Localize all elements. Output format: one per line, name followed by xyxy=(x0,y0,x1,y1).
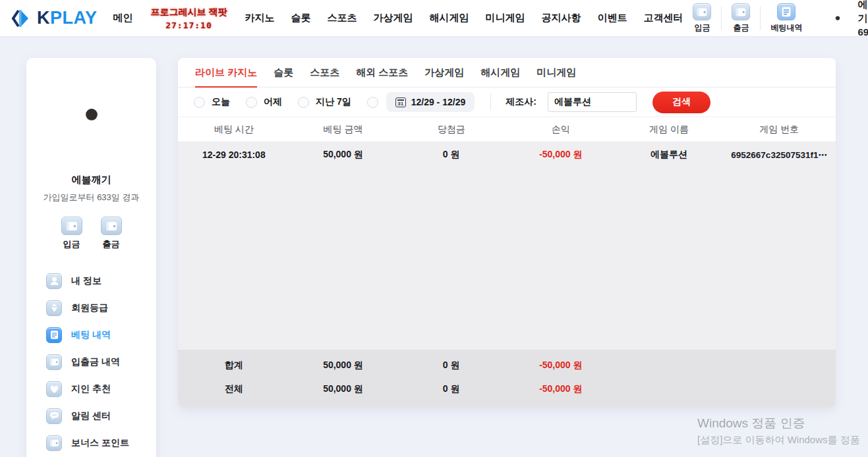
cell-game-name: 에볼루션 xyxy=(616,149,723,161)
tab-slots[interactable]: 슬롯 xyxy=(274,58,293,87)
col-game-name: 게임 이름 xyxy=(616,124,723,136)
table-summary: 합계 50,000 원 0 원 -50,000 원 전체 50,000 원 0 … xyxy=(178,350,836,408)
nav-casino[interactable]: 카지노 xyxy=(245,12,274,24)
sidebar-item-bonus-points[interactable]: 보너스 포인트 xyxy=(26,429,156,456)
nav-events[interactable]: 이벤트 xyxy=(597,12,627,24)
sidebar-item-referral[interactable]: 지인 추천 xyxy=(26,375,156,402)
profile-join-info: 가입일로부터 633일 경과 xyxy=(26,192,156,203)
summary-profit: -50,000 원 xyxy=(506,383,616,395)
table-header: 베팅 시간 베팅 금액 당첨금 손익 게임 이름 게임 번호 xyxy=(178,117,836,142)
sidebar-item-my-info[interactable]: 내 정보 xyxy=(26,267,156,294)
betting-history-button[interactable]: 베팅내역 xyxy=(761,3,812,34)
deposit-button[interactable]: 입금 xyxy=(683,3,721,34)
filter-bar: 오늘 어제 지난 7일 31 12/29 - 12/29 제조사: 검색 xyxy=(178,88,836,117)
diamond-icon xyxy=(46,300,62,316)
col-bet-amount: 베팅 금액 xyxy=(290,124,397,136)
summary-label: 전체 xyxy=(178,383,290,395)
cell-bet-time: 12-29 20:31:08 xyxy=(178,149,290,160)
summary-bet-amount: 50,000 원 xyxy=(290,383,397,395)
tab-virtual-games[interactable]: 가상게임 xyxy=(424,58,464,87)
person-icon xyxy=(46,273,62,289)
wallet-icon xyxy=(46,435,62,451)
list-icon xyxy=(46,327,62,343)
withdraw-button[interactable]: 출금 xyxy=(722,3,760,34)
jackpot-timer: 27:17:10 xyxy=(165,20,212,30)
nav-main[interactable]: 메인 xyxy=(113,12,133,24)
tab-mini-games[interactable]: 미니게임 xyxy=(536,58,576,87)
tab-overseas-sports[interactable]: 해외 스포츠 xyxy=(356,58,408,87)
radio-today-label[interactable]: 오늘 xyxy=(212,96,230,108)
page: { "header": { "logo_text_k": "K", "logo_… xyxy=(0,0,868,457)
sidebar-deposit-button[interactable]: 입금 xyxy=(61,217,82,250)
user-name: 에볼깨기 xyxy=(857,0,868,24)
sidebar-item-betting-history[interactable]: 베팅 내역 xyxy=(26,321,156,348)
search-button[interactable]: 검색 xyxy=(652,92,710,113)
tab-hash-games[interactable]: 해시게임 xyxy=(480,58,520,87)
nav-progressive-jackpot[interactable]: 프로그레시브 잭팟 27:17:10 xyxy=(151,5,227,32)
nav-mini-games[interactable]: 미니게임 xyxy=(485,12,525,24)
date-range-picker[interactable]: 31 12/29 - 12/29 xyxy=(386,92,475,112)
radio-yesterday[interactable] xyxy=(246,97,257,108)
summary-label: 합계 xyxy=(178,360,290,371)
summary-win-amount: 0 원 xyxy=(396,360,506,371)
cell-game-number[interactable]: 6952667c32507531f1⋯ xyxy=(722,149,836,160)
summary-win-amount: 0 원 xyxy=(396,383,506,395)
deposit-wallet-icon xyxy=(693,3,711,20)
category-tabs: 라이브 카지노 슬롯 스포츠 해외 스포츠 가상게임 해시게임 미니게임 xyxy=(178,58,836,88)
windows-activation-watermark: Windows 정품 인증 [설정]으로 이동하여 Windows를 정품 xyxy=(697,414,860,446)
betting-history-panel: 라이브 카지노 슬롯 스포츠 해외 스포츠 가상게임 해시게임 미니게임 오늘 … xyxy=(178,58,836,408)
radio-last7days[interactable] xyxy=(298,97,309,108)
nav-virtual-games[interactable]: 가상게임 xyxy=(373,12,413,24)
nav-notices[interactable]: 공지사항 xyxy=(541,12,581,24)
summary-profit: -50,000 원 xyxy=(506,360,616,371)
sidebar-item-transactions[interactable]: 입출금 내역 xyxy=(26,348,156,375)
profile-sidebar: 에볼깨기 가입일로부터 633일 경과 입금 출금 내 정보 회원등급 베팅 내… xyxy=(26,58,156,457)
deposit-wallet-icon xyxy=(61,217,82,235)
sidebar-withdraw-button[interactable]: 출금 xyxy=(101,217,122,250)
sidebar-actions: 입금 출금 xyxy=(26,217,156,250)
radio-last7days-label[interactable]: 지난 7일 xyxy=(316,96,351,108)
watermark-line1: Windows 정품 인증 xyxy=(697,414,860,433)
manufacturer-label: 제조사: xyxy=(506,96,536,108)
wallet-icon xyxy=(46,354,62,370)
kplay-logo-icon xyxy=(11,7,33,30)
sidebar-menu: 내 정보 회원등급 베팅 내역 입출금 내역 지인 추천 알림 센터 보너스 포… xyxy=(26,267,156,457)
col-win-amount: 당첨금 xyxy=(396,124,506,136)
quick-actions: 입금 출금 베팅내역 xyxy=(683,3,812,34)
tab-live-casino[interactable]: 라이브 카지노 xyxy=(195,58,257,87)
sidebar-item-notifications[interactable]: 알림 센터 xyxy=(26,402,156,429)
table-body: 12-29 20:31:08 50,000 원 0 원 -50,000 원 에볼… xyxy=(178,142,836,350)
jackpot-label: 프로그레시브 잭팟 xyxy=(151,7,227,17)
nav-sports[interactable]: 스포츠 xyxy=(327,12,357,24)
chat-icon xyxy=(46,408,62,424)
watermark-line2: [설정]으로 이동하여 Windows를 정품 xyxy=(697,433,860,447)
profile-name: 에볼깨기 xyxy=(26,174,156,186)
nav-hash-games[interactable]: 해시게임 xyxy=(429,12,469,24)
top-header: KPLAY 메인 프로그레시브 잭팟 27:17:10 카지노 슬롯 스포츠 가… xyxy=(0,0,868,37)
profile-emblem-image xyxy=(26,86,156,138)
radio-yesterday-label[interactable]: 어제 xyxy=(264,96,282,108)
nav-slots[interactable]: 슬롯 xyxy=(291,12,310,24)
withdraw-wallet-icon xyxy=(101,217,122,235)
radio-custom-range[interactable] xyxy=(367,97,378,108)
withdraw-wallet-icon xyxy=(732,3,750,20)
manufacturer-input[interactable] xyxy=(548,92,637,112)
col-profit: 손익 xyxy=(506,124,616,136)
heart-icon xyxy=(46,381,62,397)
table-row[interactable]: 12-29 20:31:08 50,000 원 0 원 -50,000 원 에볼… xyxy=(178,142,836,167)
divider xyxy=(490,94,491,111)
main-nav: 메인 프로그레시브 잭팟 27:17:10 카지노 슬롯 스포츠 가상게임 해시… xyxy=(113,5,683,32)
col-bet-time: 베팅 시간 xyxy=(178,124,290,136)
sidebar-item-member-level[interactable]: 회원등급 xyxy=(26,294,156,321)
kplay-logo[interactable]: KPLAY xyxy=(11,7,98,30)
user-points: 690 ▾ xyxy=(857,26,868,39)
cell-win-amount: 0 원 xyxy=(396,149,506,161)
calendar-icon: 31 xyxy=(395,97,406,107)
summary-row-total: 전체 50,000 원 0 원 -50,000 원 xyxy=(178,377,836,401)
radio-today[interactable] xyxy=(194,97,205,108)
user-emblem-icon xyxy=(824,8,852,28)
user-account-menu[interactable]: 에볼깨기 690 ▾ xyxy=(824,0,868,39)
tab-sports[interactable]: 스포츠 xyxy=(310,58,339,87)
nav-customer-center[interactable]: 고객센터 xyxy=(643,12,683,24)
cell-profit: -50,000 원 xyxy=(506,149,616,161)
